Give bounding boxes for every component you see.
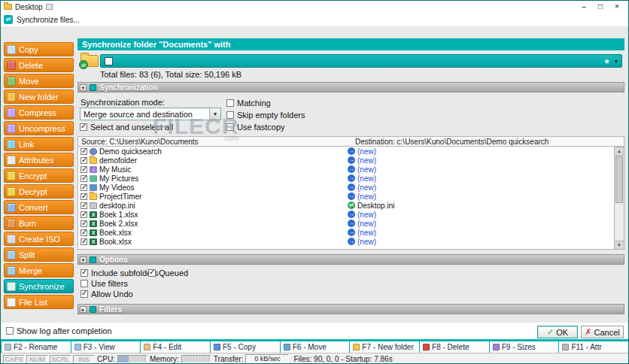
destination-column-header[interactable]: Destination: c:\Users\Kuno\Documents\Dem… [352,138,548,146]
target-dropdown-chevron-icon[interactable] [615,58,618,65]
section-header-filters[interactable]: Filters [77,304,624,314]
sidebar-button-icon [7,235,16,244]
file-name: ProjectTimer [99,193,141,201]
ok-button[interactable]: OK [537,326,578,338]
sidebar-button[interactable]: Split [4,247,74,262]
sidebar-button[interactable]: File List [4,295,74,309]
checkbox-box[interactable] [226,99,234,107]
select-all-checkbox[interactable]: Select and unselect all [80,123,173,132]
file-checkbox[interactable] [81,175,87,182]
checkbox-box[interactable] [148,269,156,277]
file-checkbox[interactable] [81,211,87,218]
file-row[interactable]: Demo quicksearch (new) [78,147,624,156]
function-key-item[interactable]: F9 - Sizes [489,341,559,353]
collapse-arrow-icon[interactable] [80,306,87,313]
file-row[interactable]: ProjectTimer (new) [78,192,624,201]
function-key-item[interactable]: F8 - Delete [419,341,489,353]
close-button[interactable]: × [609,2,625,12]
file-checkbox[interactable] [81,157,87,164]
show-log-checkbox[interactable]: Show log after completion [6,326,112,335]
checkbox-box[interactable] [226,111,234,119]
file-row[interactable]: desktop.ini Desktop.ini [78,201,624,210]
sync-option-checkbox[interactable]: Skip empty folders [226,111,305,120]
source-column-header[interactable]: Source: C:\Users\Kuno\Documents [78,138,352,146]
sidebar-button[interactable]: Convert [4,200,74,214]
collapse-arrow-icon[interactable] [80,84,87,91]
file-checkbox[interactable] [81,238,87,245]
sidebar-button[interactable]: Delete [4,58,74,72]
sidebar-button[interactable]: Burn [4,216,74,230]
function-key-item[interactable]: F4 - Edit [140,341,210,353]
maximize-button[interactable]: □ [592,2,609,12]
sidebar-button-label: File List [19,298,47,307]
file-row[interactable]: Book.xlsx (new) [78,237,624,246]
file-checkbox[interactable] [81,148,87,155]
function-key-item[interactable]: F2 - Rename [1,341,71,353]
options-checkbox[interactable]: Queued [148,268,188,278]
checkbox-box[interactable] [81,290,88,298]
checkbox-label: Show log after completion [17,326,112,335]
options-checkbox[interactable]: Include subfolders [81,268,158,278]
sidebar-button[interactable]: Merge [4,263,74,278]
sidebar-button[interactable]: Synchronize [4,279,74,293]
file-checkbox[interactable] [81,193,87,200]
sync-mode-select[interactable]: Merge source and destination [80,108,221,120]
sidebar-button[interactable]: Encrypt [4,168,74,183]
function-key-item[interactable]: F3 - View [71,341,141,353]
section-header-options[interactable]: Options [77,254,624,265]
function-key-label: F5 - Copy [223,343,256,351]
file-row[interactable]: demofolder (new) [78,156,624,165]
sidebar-button[interactable]: Link [4,137,74,151]
file-checkbox[interactable] [81,220,87,227]
scroll-down-icon[interactable] [615,241,624,249]
dialog-body: Copy Delete Move New folder [1,26,628,323]
file-checkbox[interactable] [81,184,87,191]
sidebar-button[interactable]: Compress [4,105,74,120]
sidebar-button-icon [7,187,16,196]
sidebar-button[interactable]: Create ISO [4,232,74,246]
cancel-button[interactable]: Cancel [581,326,624,338]
function-key-item[interactable]: F7 - New folder [349,341,419,353]
sidebar-button-label: Create ISO [19,235,60,244]
checkbox-box[interactable] [81,269,88,277]
file-list-scrollbar[interactable] [614,147,624,250]
target-selector[interactable] [100,54,622,68]
section-header-synchronization[interactable]: Synchronization [77,82,624,93]
scrollbar-thumb[interactable] [615,156,623,203]
sidebar-button[interactable]: Copy [4,42,74,56]
file-row[interactable]: Boek 2.xlsx (new) [78,219,624,228]
checkbox-box[interactable] [81,280,88,287]
collapse-arrow-icon[interactable] [80,256,87,263]
sidebar-button[interactable]: Move [4,74,74,88]
dropdown-arrow-icon[interactable] [209,108,220,120]
function-key-item[interactable]: F5 - Copy [210,341,280,353]
favorite-star-icon[interactable] [603,57,610,65]
file-row[interactable]: My Pictures (new) [78,174,624,183]
sidebar-button[interactable]: Attributes [4,153,74,167]
sync-direction-icon [348,147,355,155]
function-key-label: F2 - Rename [14,343,57,351]
checkbox-box[interactable] [80,123,87,131]
file-row[interactable]: My Videos (new) [78,183,624,192]
sync-option-checkbox[interactable]: Use fastcopy [226,123,305,132]
function-key-item[interactable]: F6 - Move [280,341,350,353]
file-checkbox[interactable] [81,229,87,236]
scroll-up-icon[interactable] [615,147,624,156]
minimize-button[interactable]: – [576,2,592,12]
checkbox-box[interactable] [6,327,14,335]
sidebar-button-icon [7,77,16,86]
sidebar-button[interactable]: Uncompress [4,121,74,135]
function-key-item[interactable]: F11 - Attr [558,341,628,353]
sidebar-button[interactable]: Decrypt [4,184,74,199]
destination-cell: (new) [348,220,376,228]
file-checkbox[interactable] [81,202,87,209]
options-checkbox[interactable]: Use filters [81,279,128,288]
sync-option-checkbox[interactable]: Matching [226,99,305,108]
options-checkbox[interactable]: Allow Undo [81,290,133,299]
file-row[interactable]: Boek 1.xlsx (new) [78,210,624,219]
file-row[interactable]: Boek.xlsx (new) [78,228,624,237]
sidebar-button[interactable]: New folder [4,89,74,104]
file-row[interactable]: My Music (new) [78,165,624,174]
file-checkbox[interactable] [81,166,87,173]
checkbox-box[interactable] [226,123,234,131]
